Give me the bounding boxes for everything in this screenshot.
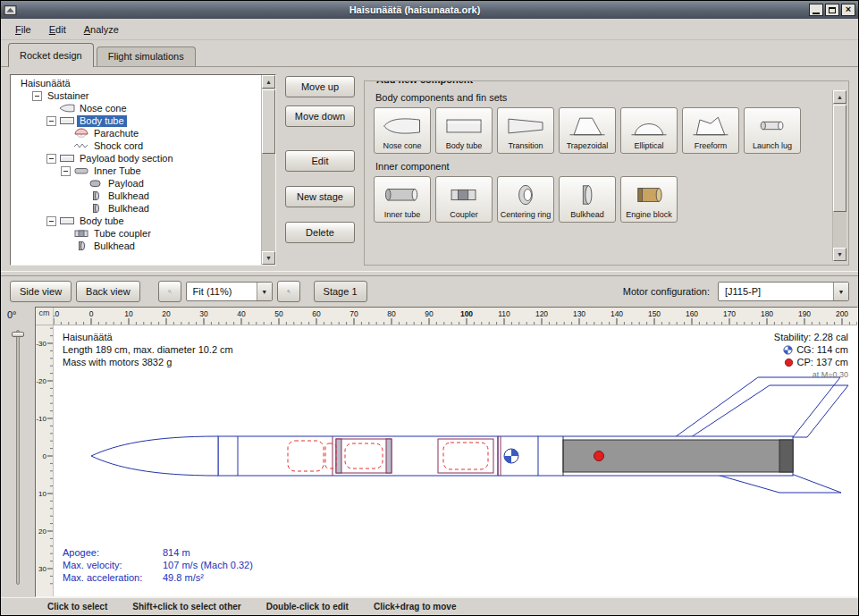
- add-coupler-button[interactable]: Coupler: [435, 176, 493, 223]
- tree-item-payload[interactable]: Payload: [13, 177, 261, 190]
- tree-item-label: Bulkhead: [91, 240, 138, 252]
- tree-expander-icon[interactable]: [46, 154, 56, 164]
- maximize-button[interactable]: [825, 4, 839, 16]
- tree-expander-icon[interactable]: [46, 116, 56, 126]
- add-trapezoidal-button[interactable]: Trapezoidal: [559, 107, 616, 154]
- tree-item-tube-coupler[interactable]: Tube coupler: [13, 227, 261, 240]
- magnifier-icon: [168, 284, 172, 299]
- motor-configuration-select[interactable]: [J115-P] ▼: [718, 282, 849, 301]
- add-inner-tube-button[interactable]: Inner tube: [374, 176, 431, 223]
- rotation-column: 0°: [1, 307, 35, 597]
- svg-text:0: 0: [89, 309, 94, 318]
- chevron-down-icon[interactable]: ▼: [257, 283, 272, 300]
- add-elliptical-button[interactable]: Elliptical: [620, 107, 678, 154]
- add-nose-cone-button[interactable]: Nose cone: [374, 107, 431, 154]
- tree-item-nose-cone[interactable]: Nose cone: [13, 102, 261, 114]
- new-stage-button[interactable]: New stage: [285, 186, 355, 207]
- tree-item-label: Bulkhead: [105, 190, 152, 202]
- title-bar[interactable]: Haisunäätä (haisunaata.ork) ×: [1, 1, 858, 19]
- zoom-in-button[interactable]: [277, 281, 300, 302]
- tree-actions: Move up Move down Edit New stage Delete: [285, 74, 355, 266]
- add-centering-ring-button[interactable]: Centering ring: [497, 176, 554, 223]
- tree-item-label: Tube coupler: [91, 228, 154, 240]
- add-component-panel: Add new component Body components and fi…: [364, 80, 849, 266]
- tree-item-body-tube[interactable]: Body tube: [13, 215, 261, 227]
- tree-item-bulkhead[interactable]: Bulkhead: [13, 202, 261, 215]
- tree-item-label: Inner Tube: [91, 165, 144, 177]
- svg-text:60: 60: [312, 309, 321, 318]
- tree-item-haisunäätä[interactable]: Haisunäätä: [13, 77, 261, 89]
- tree-scrollbar-thumb[interactable]: [262, 89, 275, 154]
- stage-1-button[interactable]: Stage 1: [314, 281, 367, 302]
- close-button[interactable]: ×: [841, 4, 855, 16]
- add-panel-scrollbar-thumb[interactable]: [833, 105, 846, 212]
- tree-item-bulkhead[interactable]: Bulkhead: [13, 240, 261, 252]
- scroll-up-icon[interactable]: ▲: [262, 75, 275, 89]
- menu-analyze[interactable]: Analyze: [77, 21, 126, 38]
- menu-edit[interactable]: Edit: [42, 21, 73, 38]
- zoom-out-button[interactable]: [158, 281, 181, 302]
- add-panel-scrollbar-track[interactable]: [833, 104, 846, 248]
- apogee-label: Apogee:: [63, 546, 163, 559]
- svg-text:0: 0: [43, 452, 47, 460]
- component-button-row: Inner tubeCouplerCentering ringBulkheadE…: [374, 176, 832, 223]
- tree-item-body-tube[interactable]: Body tube: [13, 114, 261, 127]
- rocket-canvas[interactable]: Haisunäätä Length 189 cm, max. diameter …: [54, 325, 857, 596]
- svg-text:160: 160: [686, 309, 698, 318]
- add-panel-scrollbar[interactable]: ▲ ▼: [832, 90, 846, 261]
- component-button-label: Transition: [508, 142, 543, 150]
- tab-rocket-design[interactable]: Rocket design: [8, 43, 94, 67]
- scroll-down-icon[interactable]: ▼: [833, 248, 846, 261]
- zoom-select[interactable]: Fit (11%) ▼: [186, 282, 273, 301]
- svg-text:-10: -10: [36, 415, 46, 423]
- bodytube-icon: [59, 115, 77, 126]
- svg-text:10: 10: [124, 309, 133, 318]
- add-body-tube-button[interactable]: Body tube: [435, 107, 493, 154]
- tree-item-label: Body tube: [77, 215, 127, 227]
- cp-icon: [784, 358, 794, 367]
- tree-scrollbar-track[interactable]: [262, 89, 275, 251]
- menu-file[interactable]: File: [8, 21, 38, 38]
- tree-item-inner-tube[interactable]: Inner Tube: [13, 165, 261, 177]
- tree-expander-icon[interactable]: [46, 216, 56, 226]
- component-button-label: Centering ring: [501, 211, 552, 219]
- tree-item-bulkhead[interactable]: Bulkhead: [13, 190, 261, 202]
- svg-text:110: 110: [498, 309, 510, 318]
- tree-item-shock-cord[interactable]: Shock cord: [13, 139, 261, 152]
- status-hint-drag: Click+drag to move: [374, 602, 457, 612]
- rotation-slider-handle[interactable]: [12, 332, 24, 337]
- velocity-value: 107 m/s (Mach 0.32): [163, 559, 253, 571]
- delete-button[interactable]: Delete: [285, 222, 355, 243]
- svg-text:10: 10: [38, 490, 46, 498]
- rotation-slider[interactable]: [16, 330, 20, 585]
- back-view-button[interactable]: Back view: [76, 281, 140, 302]
- add-bulkhead-button[interactable]: Bulkhead: [559, 176, 616, 223]
- tree-scrollbar[interactable]: ▲ ▼: [261, 75, 275, 265]
- tree-item-parachute[interactable]: Parachute: [13, 127, 261, 139]
- flight-stats: Apogee:814 m Max. velocity:107 m/s (Mach…: [63, 546, 253, 584]
- bulkhead-icon: [88, 190, 105, 201]
- move-down-button[interactable]: Move down: [285, 105, 355, 127]
- edit-button[interactable]: Edit: [285, 150, 355, 172]
- scroll-up-icon[interactable]: ▲: [833, 90, 846, 104]
- add-engine-block-button[interactable]: Engine block: [620, 176, 678, 223]
- tree-expander-icon[interactable]: [61, 166, 71, 176]
- scroll-down-icon[interactable]: ▼: [262, 251, 275, 265]
- tree-expander-icon[interactable]: [32, 91, 42, 101]
- tab-flight-simulations[interactable]: Flight simulations: [97, 46, 196, 66]
- group-label-inner-component: Inner component: [375, 161, 832, 172]
- rotation-angle-label: 0°: [7, 309, 17, 320]
- app-icon: [4, 4, 17, 16]
- add-freeform-button[interactable]: Freeform: [682, 107, 739, 154]
- window-controls: ×: [809, 4, 855, 16]
- move-up-button[interactable]: Move up: [285, 76, 355, 97]
- minimize-button[interactable]: [809, 4, 823, 16]
- chevron-down-icon[interactable]: ▼: [833, 283, 848, 300]
- magnifier-plus-icon: [287, 284, 291, 299]
- add-transition-button[interactable]: Transition: [497, 107, 554, 154]
- side-view-button[interactable]: Side view: [10, 281, 72, 302]
- add-launch-lug-button[interactable]: Launch lug: [744, 107, 801, 154]
- svg-text:120: 120: [535, 309, 548, 318]
- tree-item-sustainer[interactable]: Sustainer: [13, 89, 261, 102]
- tree-item-payload-body-section[interactable]: Payload body section: [13, 152, 261, 165]
